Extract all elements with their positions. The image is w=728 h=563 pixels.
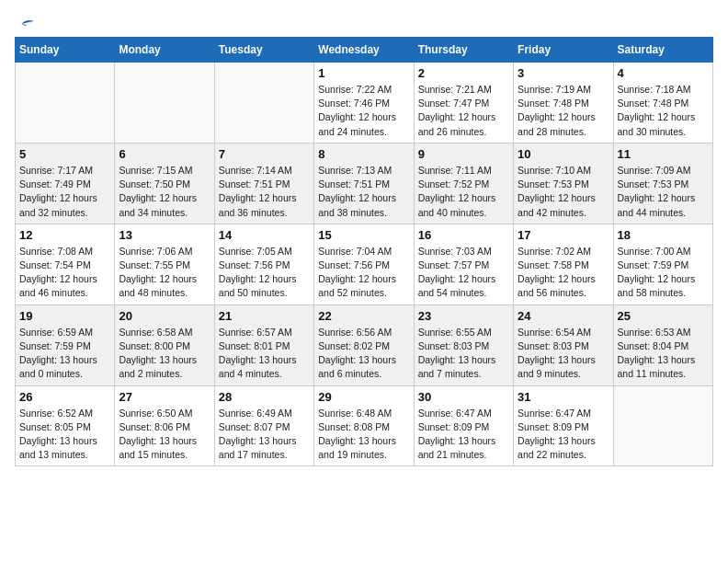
- logo-bird-icon: [17, 15, 35, 33]
- page-header: [15, 15, 713, 29]
- calendar-cell: 14Sunrise: 7:05 AM Sunset: 7:56 PM Dayli…: [214, 224, 313, 304]
- calendar-cell: 11Sunrise: 7:09 AM Sunset: 7:53 PM Dayli…: [613, 143, 712, 224]
- calendar-cell: [214, 63, 313, 144]
- calendar-cell: 20Sunrise: 6:58 AM Sunset: 8:00 PM Dayli…: [115, 304, 214, 385]
- day-number: 13: [119, 228, 210, 242]
- day-number: 9: [418, 147, 509, 161]
- day-number: 22: [318, 309, 409, 323]
- day-number: 4: [618, 66, 709, 80]
- day-info: Sunrise: 7:15 AM Sunset: 7:50 PM Dayligh…: [119, 164, 210, 220]
- day-number: 16: [418, 228, 509, 242]
- calendar-cell: 27Sunrise: 6:50 AM Sunset: 8:06 PM Dayli…: [115, 385, 214, 466]
- day-number: 5: [19, 147, 110, 161]
- day-number: 10: [518, 147, 609, 161]
- calendar-week-row: 19Sunrise: 6:59 AM Sunset: 7:59 PM Dayli…: [16, 304, 713, 385]
- day-info: Sunrise: 6:56 AM Sunset: 8:02 PM Dayligh…: [318, 326, 409, 382]
- day-info: Sunrise: 6:47 AM Sunset: 8:09 PM Dayligh…: [418, 407, 509, 463]
- calendar-cell: 25Sunrise: 6:53 AM Sunset: 8:04 PM Dayli…: [613, 304, 712, 385]
- day-number: 1: [318, 66, 409, 80]
- day-number: 29: [318, 390, 409, 404]
- calendar-cell: 2Sunrise: 7:21 AM Sunset: 7:47 PM Daylig…: [414, 63, 513, 144]
- day-info: Sunrise: 7:03 AM Sunset: 7:57 PM Dayligh…: [418, 245, 509, 301]
- day-number: 21: [219, 309, 310, 323]
- calendar-cell: 13Sunrise: 7:06 AM Sunset: 7:55 PM Dayli…: [115, 224, 214, 304]
- day-info: Sunrise: 7:19 AM Sunset: 7:48 PM Dayligh…: [518, 83, 609, 139]
- day-number: 12: [19, 228, 110, 242]
- day-info: Sunrise: 6:52 AM Sunset: 8:05 PM Dayligh…: [19, 407, 110, 463]
- calendar-header-row: SundayMondayTuesdayWednesdayThursdayFrid…: [16, 38, 713, 63]
- day-info: Sunrise: 6:50 AM Sunset: 8:06 PM Dayligh…: [119, 407, 210, 463]
- day-number: 7: [219, 147, 310, 161]
- day-number: 30: [418, 390, 509, 404]
- day-number: 19: [19, 309, 110, 323]
- weekday-header-tuesday: Tuesday: [214, 38, 313, 63]
- calendar-cell: 19Sunrise: 6:59 AM Sunset: 7:59 PM Dayli…: [16, 304, 115, 385]
- day-info: Sunrise: 6:48 AM Sunset: 8:08 PM Dayligh…: [318, 407, 409, 463]
- weekday-header-friday: Friday: [514, 38, 613, 63]
- calendar-week-row: 26Sunrise: 6:52 AM Sunset: 8:05 PM Dayli…: [16, 385, 713, 466]
- logo: [15, 15, 35, 29]
- day-number: 15: [318, 228, 409, 242]
- calendar-cell: 30Sunrise: 6:47 AM Sunset: 8:09 PM Dayli…: [414, 385, 513, 466]
- day-info: Sunrise: 7:00 AM Sunset: 7:59 PM Dayligh…: [618, 245, 709, 301]
- day-number: 17: [518, 228, 609, 242]
- day-number: 25: [618, 309, 709, 323]
- day-info: Sunrise: 6:58 AM Sunset: 8:00 PM Dayligh…: [119, 326, 210, 382]
- calendar-table: SundayMondayTuesdayWednesdayThursdayFrid…: [15, 37, 713, 466]
- day-info: Sunrise: 7:13 AM Sunset: 7:51 PM Dayligh…: [318, 164, 409, 220]
- day-info: Sunrise: 6:59 AM Sunset: 7:59 PM Dayligh…: [19, 326, 110, 382]
- day-info: Sunrise: 7:22 AM Sunset: 7:46 PM Dayligh…: [318, 83, 409, 139]
- calendar-cell: 8Sunrise: 7:13 AM Sunset: 7:51 PM Daylig…: [314, 143, 414, 224]
- day-info: Sunrise: 7:08 AM Sunset: 7:54 PM Dayligh…: [19, 245, 110, 301]
- day-number: 6: [119, 147, 210, 161]
- day-number: 8: [318, 147, 409, 161]
- day-info: Sunrise: 7:09 AM Sunset: 7:53 PM Dayligh…: [618, 164, 709, 220]
- day-info: Sunrise: 7:18 AM Sunset: 7:48 PM Dayligh…: [618, 83, 709, 139]
- day-number: 3: [518, 66, 609, 80]
- weekday-header-sunday: Sunday: [16, 38, 115, 63]
- day-info: Sunrise: 7:17 AM Sunset: 7:49 PM Dayligh…: [19, 164, 110, 220]
- calendar-week-row: 1Sunrise: 7:22 AM Sunset: 7:46 PM Daylig…: [16, 63, 713, 144]
- calendar-week-row: 12Sunrise: 7:08 AM Sunset: 7:54 PM Dayli…: [16, 224, 713, 304]
- day-number: 26: [19, 390, 110, 404]
- day-number: 18: [618, 228, 709, 242]
- calendar-cell: 15Sunrise: 7:04 AM Sunset: 7:56 PM Dayli…: [314, 224, 414, 304]
- day-number: 11: [618, 147, 709, 161]
- day-number: 2: [418, 66, 509, 80]
- day-info: Sunrise: 7:06 AM Sunset: 7:55 PM Dayligh…: [119, 245, 210, 301]
- day-info: Sunrise: 7:21 AM Sunset: 7:47 PM Dayligh…: [418, 83, 509, 139]
- calendar-cell: [16, 63, 115, 144]
- calendar-cell: 7Sunrise: 7:14 AM Sunset: 7:51 PM Daylig…: [214, 143, 313, 224]
- calendar-cell: 22Sunrise: 6:56 AM Sunset: 8:02 PM Dayli…: [314, 304, 414, 385]
- calendar-week-row: 5Sunrise: 7:17 AM Sunset: 7:49 PM Daylig…: [16, 143, 713, 224]
- calendar-cell: 4Sunrise: 7:18 AM Sunset: 7:48 PM Daylig…: [613, 63, 712, 144]
- calendar-cell: 10Sunrise: 7:10 AM Sunset: 7:53 PM Dayli…: [514, 143, 613, 224]
- calendar-cell: 31Sunrise: 6:47 AM Sunset: 8:09 PM Dayli…: [514, 385, 613, 466]
- day-number: 14: [219, 228, 310, 242]
- calendar-cell: 17Sunrise: 7:02 AM Sunset: 7:58 PM Dayli…: [514, 224, 613, 304]
- calendar-cell: 12Sunrise: 7:08 AM Sunset: 7:54 PM Dayli…: [16, 224, 115, 304]
- day-info: Sunrise: 6:54 AM Sunset: 8:03 PM Dayligh…: [518, 326, 609, 382]
- weekday-header-saturday: Saturday: [613, 38, 712, 63]
- calendar-cell: [613, 385, 712, 466]
- calendar-cell: 9Sunrise: 7:11 AM Sunset: 7:52 PM Daylig…: [414, 143, 513, 224]
- day-info: Sunrise: 6:53 AM Sunset: 8:04 PM Dayligh…: [618, 326, 709, 382]
- day-info: Sunrise: 7:04 AM Sunset: 7:56 PM Dayligh…: [318, 245, 409, 301]
- calendar-cell: 1Sunrise: 7:22 AM Sunset: 7:46 PM Daylig…: [314, 63, 414, 144]
- calendar-cell: 3Sunrise: 7:19 AM Sunset: 7:48 PM Daylig…: [514, 63, 613, 144]
- calendar-cell: 29Sunrise: 6:48 AM Sunset: 8:08 PM Dayli…: [314, 385, 414, 466]
- weekday-header-monday: Monday: [115, 38, 214, 63]
- calendar-cell: [115, 63, 214, 144]
- day-info: Sunrise: 7:10 AM Sunset: 7:53 PM Dayligh…: [518, 164, 609, 220]
- day-info: Sunrise: 6:47 AM Sunset: 8:09 PM Dayligh…: [518, 407, 609, 463]
- day-info: Sunrise: 7:02 AM Sunset: 7:58 PM Dayligh…: [518, 245, 609, 301]
- calendar-cell: 18Sunrise: 7:00 AM Sunset: 7:59 PM Dayli…: [613, 224, 712, 304]
- day-info: Sunrise: 7:14 AM Sunset: 7:51 PM Dayligh…: [219, 164, 310, 220]
- calendar-cell: 24Sunrise: 6:54 AM Sunset: 8:03 PM Dayli…: [514, 304, 613, 385]
- calendar-cell: 26Sunrise: 6:52 AM Sunset: 8:05 PM Dayli…: [16, 385, 115, 466]
- weekday-header-thursday: Thursday: [414, 38, 513, 63]
- day-info: Sunrise: 7:11 AM Sunset: 7:52 PM Dayligh…: [418, 164, 509, 220]
- day-number: 20: [119, 309, 210, 323]
- day-number: 28: [219, 390, 310, 404]
- calendar-cell: 21Sunrise: 6:57 AM Sunset: 8:01 PM Dayli…: [214, 304, 313, 385]
